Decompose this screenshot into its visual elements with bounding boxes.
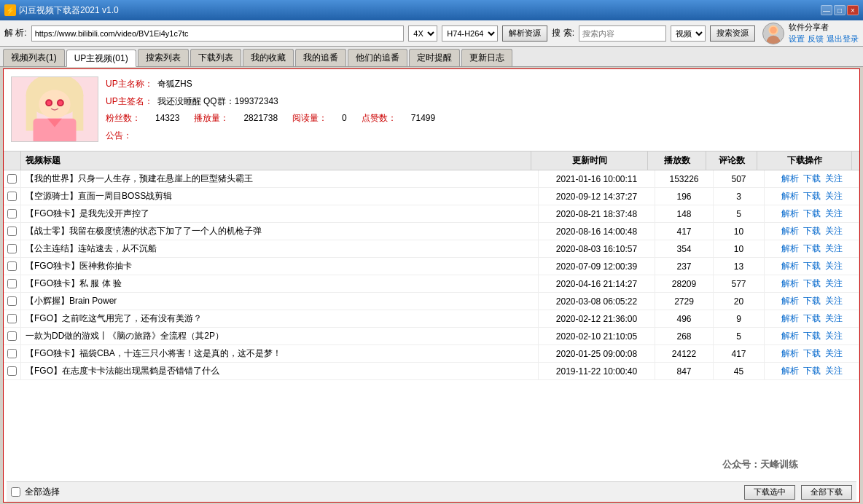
- download-link[interactable]: 下载: [803, 312, 821, 325]
- select-all-checkbox[interactable]: [11, 487, 20, 497]
- follow-link[interactable]: 关注: [825, 295, 843, 307]
- row-checkbox-cell[interactable]: [4, 170, 21, 187]
- download-link[interactable]: 下载: [803, 277, 821, 290]
- url-input[interactable]: [31, 25, 405, 42]
- download-all-button[interactable]: 全部下载: [801, 485, 852, 500]
- feedback-link[interactable]: 反馈: [808, 34, 824, 44]
- row-date: 2020-02-12 21:36:00: [539, 310, 655, 327]
- parse-link[interactable]: 解析: [781, 173, 799, 185]
- search-input[interactable]: [579, 25, 666, 42]
- row-checkbox-cell[interactable]: [4, 188, 21, 205]
- row-checkbox[interactable]: [7, 331, 17, 341]
- logout-link[interactable]: 退出登录: [827, 34, 859, 44]
- follow-link[interactable]: 关注: [825, 208, 843, 220]
- search-label: 搜 索:: [552, 27, 574, 39]
- follow-link[interactable]: 关注: [825, 243, 843, 255]
- follow-link[interactable]: 关注: [825, 277, 843, 290]
- format-select[interactable]: H74-H264: [442, 25, 498, 42]
- row-checkbox[interactable]: [7, 209, 17, 218]
- reads-value: 0: [342, 111, 347, 127]
- parse-link[interactable]: 解析: [781, 243, 799, 255]
- parse-link[interactable]: 解析: [781, 347, 799, 360]
- download-selected-button[interactable]: 下载选中: [744, 485, 795, 500]
- window-controls[interactable]: — □ ×: [821, 5, 859, 15]
- tab-video-list[interactable]: 视频列表(1): [3, 49, 65, 66]
- parse-link[interactable]: 解析: [781, 312, 799, 325]
- row-title: 【FGO独卡】私 服 体 验: [21, 275, 539, 292]
- row-checkbox[interactable]: [7, 314, 17, 323]
- row-checkbox-cell[interactable]: [4, 310, 21, 327]
- row-checkbox-cell[interactable]: [4, 240, 21, 257]
- row-checkbox[interactable]: [7, 366, 17, 376]
- tab-others-subscriptions[interactable]: 他们的追番: [348, 49, 407, 66]
- download-link[interactable]: 下载: [803, 330, 821, 342]
- tab-favorites[interactable]: 我的收藏: [243, 49, 294, 66]
- parse-link[interactable]: 解析: [781, 208, 799, 220]
- row-date: 2020-09-12 14:37:27: [539, 188, 655, 205]
- search-button[interactable]: 搜索资源: [710, 25, 755, 42]
- settings-link[interactable]: 设置: [789, 34, 805, 44]
- follow-link[interactable]: 关注: [825, 190, 843, 202]
- row-checkbox-cell[interactable]: [4, 345, 21, 362]
- follow-link[interactable]: 关注: [825, 173, 843, 185]
- media-type-select[interactable]: 视频: [671, 25, 706, 42]
- row-checkbox-cell[interactable]: [4, 223, 21, 240]
- row-checkbox[interactable]: [7, 349, 17, 358]
- follow-link[interactable]: 关注: [825, 225, 843, 237]
- row-checkbox[interactable]: [7, 261, 17, 271]
- row-checkbox[interactable]: [7, 244, 17, 253]
- row-checkbox[interactable]: [7, 192, 17, 201]
- parse-link[interactable]: 解析: [781, 277, 799, 290]
- tab-timed-reminder[interactable]: 定时提醒: [409, 49, 460, 66]
- parse-link[interactable]: 解析: [781, 330, 799, 342]
- follow-link[interactable]: 关注: [825, 365, 843, 377]
- row-plays: 2729: [655, 293, 714, 310]
- follow-link[interactable]: 关注: [825, 260, 843, 272]
- row-checkbox-cell[interactable]: [4, 328, 21, 344]
- table-row: 【小辉握】Brain Power 2020-03-08 06:05:22 272…: [4, 293, 859, 310]
- row-checkbox-cell[interactable]: [4, 258, 21, 275]
- row-checkbox[interactable]: [7, 227, 17, 236]
- row-title: 【公主连结】连站速去，从不沉船: [21, 240, 539, 257]
- minimize-button[interactable]: —: [821, 5, 832, 15]
- user-links[interactable]: 设置 反馈 退出登录: [789, 34, 859, 44]
- download-link[interactable]: 下载: [803, 347, 821, 360]
- download-link[interactable]: 下载: [803, 190, 821, 202]
- row-checkbox[interactable]: [7, 296, 17, 306]
- avatar-image: [763, 23, 784, 44]
- follow-link[interactable]: 关注: [825, 347, 843, 360]
- parse-link[interactable]: 解析: [781, 225, 799, 237]
- tab-subscriptions[interactable]: 我的追番: [295, 49, 346, 66]
- download-link[interactable]: 下载: [803, 295, 821, 307]
- table-row: 【FGO独卡】是我先没开声控了 2020-08-21 18:37:48 148 …: [4, 205, 859, 223]
- download-link[interactable]: 下载: [803, 365, 821, 377]
- row-actions: 解析 下载 关注: [765, 293, 859, 310]
- follow-link[interactable]: 关注: [825, 330, 843, 342]
- row-checkbox-cell[interactable]: [4, 275, 21, 292]
- row-checkbox[interactable]: [7, 174, 17, 184]
- tab-up-videos[interactable]: UP主视频(01): [66, 50, 136, 67]
- tab-download-list[interactable]: 下载列表: [190, 49, 241, 66]
- close-button[interactable]: ×: [847, 5, 859, 15]
- maximize-button[interactable]: □: [834, 5, 846, 15]
- row-checkbox-cell[interactable]: [4, 205, 21, 222]
- parse-link[interactable]: 解析: [781, 295, 799, 307]
- parse-link[interactable]: 解析: [781, 190, 799, 202]
- download-link[interactable]: 下载: [803, 260, 821, 272]
- tab-search-list[interactable]: 搜索列表: [138, 49, 189, 66]
- parse-link[interactable]: 解析: [781, 260, 799, 272]
- resolution-select[interactable]: 4X: [408, 25, 437, 42]
- row-checkbox-cell[interactable]: [4, 293, 21, 310]
- table-row: 【FGO独卡】福袋CBA，十连三只小将害！这是真的，这不是梦！ 2020-01-…: [4, 345, 859, 363]
- download-link[interactable]: 下载: [803, 243, 821, 255]
- download-link[interactable]: 下载: [803, 225, 821, 237]
- follow-link[interactable]: 关注: [825, 312, 843, 325]
- download-link[interactable]: 下载: [803, 173, 821, 185]
- parse-link[interactable]: 解析: [781, 365, 799, 377]
- row-checkbox-cell[interactable]: [4, 363, 21, 379]
- row-checkbox[interactable]: [7, 279, 17, 288]
- tab-changelog[interactable]: 更新日志: [461, 49, 512, 66]
- parse-button[interactable]: 解析资源: [502, 25, 547, 42]
- video-table: 视频标题 更新时间 播放数 评论数 下载操作 【我的世界】只身一人生存，预建在悬…: [4, 151, 859, 502]
- download-link[interactable]: 下载: [803, 208, 821, 220]
